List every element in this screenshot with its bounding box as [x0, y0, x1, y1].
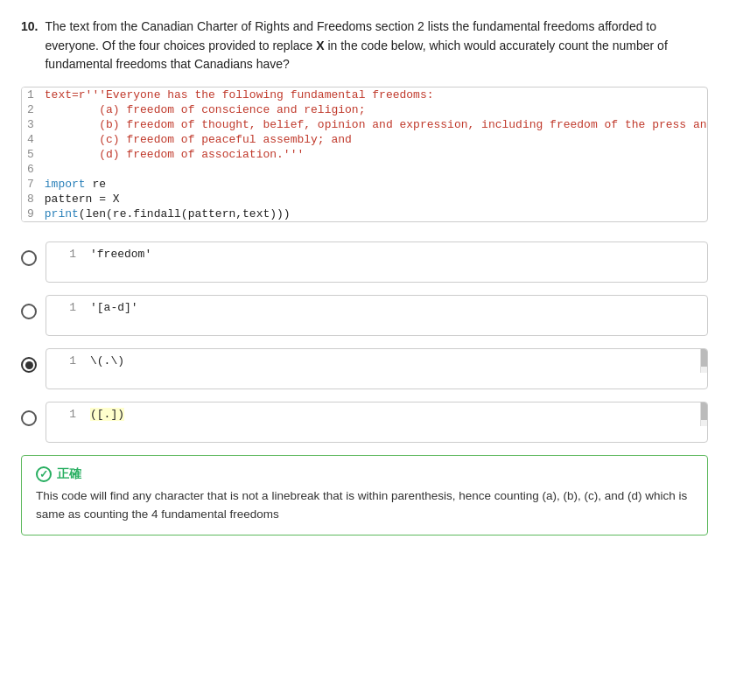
- option-b-code-row: 1 '[a-d]': [46, 296, 707, 319]
- option-d-scrollbar-thumb: [701, 402, 707, 420]
- feedback-box: ✓ 正確 This code will find any character t…: [21, 455, 708, 536]
- option-a-code-inner: 1 'freedom': [46, 242, 707, 266]
- code-line-1: 1 text=r'''Everyone has the following fu…: [22, 88, 708, 102]
- option-b-spacer: [46, 319, 707, 335]
- option-d-line-num: 1: [55, 408, 76, 421]
- option-b-code-text: '[a-d]': [90, 301, 138, 314]
- option-d-scrollbar[interactable]: [700, 402, 707, 426]
- option-a-spacer: [46, 266, 707, 282]
- option-a-container: 1 'freedom': [21, 242, 708, 283]
- option-c-code-inner: 1 \(.\): [46, 349, 700, 373]
- question-header: 10. The text from the Canadian Charter o…: [21, 18, 708, 74]
- line-num-6: 6: [22, 162, 39, 177]
- option-a-code-block: 1 'freedom': [46, 242, 708, 283]
- code-line-3: 3 (b) freedom of thought, belief, opinio…: [22, 117, 708, 132]
- option-c-scrollbar[interactable]: [700, 349, 707, 373]
- question-bold-x: X: [316, 38, 324, 52]
- code-table: 1 text=r'''Everyone has the following fu…: [22, 88, 708, 221]
- code-line-content-8: pattern = X: [39, 192, 708, 206]
- code-line-7: 7 import re: [22, 177, 708, 192]
- option-b-code-block: 1 '[a-d]': [46, 295, 708, 336]
- code-line-6: 6: [22, 162, 708, 177]
- line-num-7: 7: [22, 177, 39, 192]
- line-num-8: 8: [22, 192, 39, 206]
- option-c-code-text: \(.\): [90, 354, 124, 368]
- option-c-code-block: 1 \(.\): [46, 348, 708, 389]
- option-d-code-inner: 1 ([.]): [46, 402, 700, 426]
- code-line-5: 5 (d) freedom of association.''': [22, 147, 708, 162]
- line-num-9: 9: [22, 206, 39, 221]
- line-num-5: 5: [22, 147, 39, 162]
- option-c-code-with-scroll: 1 \(.\): [46, 349, 707, 373]
- option-d-code-text: ([.]): [90, 408, 124, 421]
- feedback-header: ✓ 正確: [36, 466, 693, 482]
- option-b-container: 1 '[a-d]': [21, 295, 708, 336]
- check-icon: ✓: [36, 466, 52, 482]
- option-c-spacer: [46, 373, 707, 388]
- option-a-code-text: 'freedom': [90, 248, 151, 261]
- code-line-content-3: (b) freedom of thought, belief, opinion …: [39, 117, 708, 132]
- code-line-4: 4 (c) freedom of peaceful assembly; and: [22, 132, 708, 147]
- code-line-8: 8 pattern = X: [22, 192, 708, 206]
- code-line-content-5: (d) freedom of association.''': [39, 147, 708, 162]
- line-num-1: 1: [22, 88, 39, 102]
- main-code-block: 1 text=r'''Everyone has the following fu…: [21, 87, 708, 222]
- option-d-radio[interactable]: [21, 410, 37, 426]
- code-line-2: 2 (a) freedom of conscience and religion…: [22, 102, 708, 117]
- line-num-4: 4: [22, 132, 39, 147]
- feedback-text: This code will find any character that i…: [36, 487, 693, 524]
- option-d-code-row: 1 ([.]): [46, 402, 700, 426]
- option-a-code-with-scroll: 1 'freedom': [46, 242, 707, 266]
- option-b-line-num: 1: [55, 301, 76, 314]
- option-c-scrollbar-thumb: [701, 349, 707, 367]
- option-c-container: 1 \(.\): [21, 348, 708, 389]
- option-b-radio[interactable]: [21, 304, 37, 319]
- code-line-content-4: (c) freedom of peaceful assembly; and: [39, 132, 708, 147]
- option-b-code-inner: 1 '[a-d]': [46, 296, 707, 319]
- option-d-spacer: [46, 426, 707, 442]
- option-a-line-num: 1: [55, 248, 76, 261]
- option-a-code-row: 1 'freedom': [46, 242, 707, 266]
- option-d-code-with-scroll: 1 ([.]): [46, 402, 707, 426]
- question-text: The text from the Canadian Charter of Ri…: [45, 18, 708, 74]
- question-number: 10.: [21, 18, 38, 74]
- feedback-label: 正確: [57, 466, 81, 482]
- code-line-content-2: (a) freedom of conscience and religion;: [39, 102, 708, 117]
- option-c-line-num: 1: [55, 354, 76, 368]
- option-a-radio[interactable]: [21, 250, 37, 266]
- code-line-content-1: text=r'''Everyone has the following fund…: [39, 88, 708, 102]
- code-line-content-7: import re: [39, 177, 708, 192]
- option-d-code-block: 1 ([.]): [46, 402, 708, 443]
- option-c-code-row: 1 \(.\): [46, 349, 700, 373]
- code-line-9: 9 print(len(re.findall(pattern,text))): [22, 206, 708, 221]
- code-line-content-6: [39, 162, 708, 177]
- line-num-3: 3: [22, 117, 39, 132]
- option-d-container: 1 ([.]): [21, 402, 708, 443]
- option-b-code-with-scroll: 1 '[a-d]': [46, 296, 707, 319]
- option-c-radio[interactable]: [21, 357, 37, 373]
- line-num-2: 2: [22, 102, 39, 117]
- option-c-radio-inner: [25, 361, 33, 369]
- code-line-content-9: print(len(re.findall(pattern,text))): [39, 206, 708, 221]
